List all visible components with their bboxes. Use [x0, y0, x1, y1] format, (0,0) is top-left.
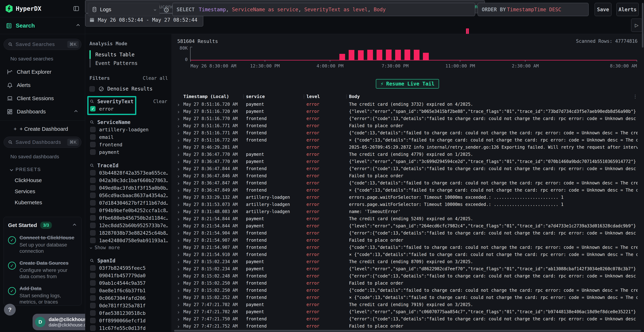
- filter-checkbox[interactable]: [90, 149, 96, 155]
- show-more-button[interactable]: Show more: [90, 244, 168, 251]
- log-row[interactable]: May 27 8:31:48.083 AMartillery-loadgener…: [177, 208, 638, 215]
- resume-live-tail-button[interactable]: ⚡ Resume Live Tail: [376, 79, 439, 88]
- expand-row-chevron-icon[interactable]: [177, 166, 183, 171]
- filter-option[interactable]: 03f7b824595feec5: [90, 264, 168, 272]
- log-row[interactable]: May 27 8:51:16.771 AMfrontenderror{"code…: [177, 129, 638, 136]
- expand-row-chevron-icon[interactable]: [177, 302, 183, 307]
- expand-row-chevron-icon[interactable]: [177, 281, 183, 286]
- expand-row-chevron-icon[interactable]: [177, 324, 183, 328]
- histogram-plot[interactable]: May 26 8:30:00 AM12:30:00 PM4:00:00 PM7:…: [190, 47, 637, 60]
- get-started-step[interactable]: ✓ Connect to ClickHouseSet up your datab…: [8, 235, 77, 254]
- filter-checkbox[interactable]: [90, 318, 96, 323]
- expand-row-chevron-icon[interactable]: [177, 173, 183, 178]
- filter-checkbox[interactable]: [90, 295, 96, 301]
- column-service[interactable]: service: [246, 94, 302, 99]
- histogram-bar[interactable]: [358, 50, 364, 60]
- sidebar-item-chart-explorer[interactable]: Chart Explorer: [7, 69, 85, 75]
- filter-checkbox[interactable]: [90, 310, 96, 316]
- column-timestamp[interactable]: Timestamp (Local): [183, 94, 241, 99]
- log-row[interactable]: May 27 8:51:16.720 AMpaymenterrorThe cre…: [177, 101, 638, 108]
- expand-row-chevron-icon[interactable]: [177, 123, 183, 128]
- filter-checkbox[interactable]: [90, 303, 96, 308]
- get-started-step[interactable]: ✓ Create Data SourcesConfigure where you…: [8, 260, 77, 280]
- log-row[interactable]: May 27 7:47:21.752 AMfrontenderrorFailed…: [177, 322, 638, 330]
- filter-checkbox[interactable]: [90, 200, 96, 206]
- select-query-input[interactable]: SELECT Timestamp, ServiceName as service…: [172, 3, 475, 16]
- filter-option[interactable]: 0ff8990066efcf1d: [90, 317, 168, 324]
- log-row[interactable]: May 27 8:15:02.234 AMpaymenterrorThe cre…: [177, 258, 638, 265]
- filter-checkbox[interactable]: [90, 215, 96, 220]
- filter-checkbox[interactable]: [90, 193, 96, 198]
- filter-option[interactable]: 18287038b73e882425c64b8…: [90, 229, 168, 237]
- filter-checkbox[interactable]: [90, 127, 96, 132]
- expand-row-chevron-icon[interactable]: [177, 138, 183, 142]
- saved-dashboards-input[interactable]: Saved Dashboards ⌘K: [4, 137, 82, 148]
- filter-checkbox[interactable]: [90, 223, 96, 228]
- histogram-bar[interactable]: [414, 50, 420, 60]
- filter-option[interactable]: 056cd9acbaac8637a4354a2…: [90, 192, 168, 199]
- log-row[interactable]: May 27 8:15:02.252 AMfrontenderror× {"co…: [177, 294, 638, 301]
- filter-checkbox[interactable]: ✓: [90, 106, 96, 112]
- expand-row-chevron-icon[interactable]: [177, 145, 183, 150]
- histogram-bar[interactable]: [349, 50, 354, 60]
- filter-checkbox[interactable]: [90, 142, 96, 147]
- filter-option[interactable]: email: [90, 133, 168, 141]
- sidebar-item-search[interactable]: Search: [0, 17, 85, 34]
- expand-row-chevron-icon[interactable]: [177, 266, 183, 271]
- chevron-up-icon[interactable]: [76, 24, 80, 27]
- column-resize-handle[interactable]: ⋮⋮: [241, 94, 246, 99]
- filter-checkbox[interactable]: [90, 265, 96, 271]
- filter-option[interactable]: ✓error: [90, 105, 168, 112]
- filter-option[interactable]: 09041fb457779da0: [90, 272, 168, 279]
- expand-row-chevron-icon[interactable]: [177, 224, 183, 228]
- source-settings-gear-icon[interactable]: ⚙: [163, 6, 170, 14]
- create-dashboard-button[interactable]: ++ Create Dashboard: [14, 126, 85, 132]
- column-resize-handle[interactable]: ⋮⋮: [302, 94, 306, 99]
- filter-option[interactable]: 12ec8dd52b60b9525733b7e…: [90, 222, 168, 229]
- expand-row-chevron-icon[interactable]: [177, 252, 183, 257]
- filter-option[interactable]: 0fbe680eb456750b2d1184c…: [90, 214, 168, 222]
- expand-row-chevron-icon[interactable]: [177, 230, 183, 236]
- filter-option[interactable]: frontend: [90, 141, 168, 148]
- filter-option[interactable]: 03b44828f42a3573ea655ce…: [90, 169, 168, 176]
- log-row[interactable]: May 27 8:21:54.844 AMpaymenterror{"level…: [177, 222, 638, 230]
- filter-option[interactable]: 042a30c3dc1baf660b27863…: [90, 176, 168, 184]
- filter-checkbox[interactable]: [90, 230, 96, 236]
- expand-row-chevron-icon[interactable]: [177, 102, 183, 107]
- log-row[interactable]: May 27 8:51:16.720 AMpaymenterror{"level…: [177, 108, 638, 115]
- expand-row-chevron-icon[interactable]: [177, 295, 183, 300]
- filter-option[interactable]: artillery-loadgen: [90, 126, 168, 133]
- filter-option[interactable]: payment: [90, 148, 168, 156]
- filter-checkbox[interactable]: [90, 178, 96, 183]
- log-row[interactable]: May 27 8:33:29.132 AMartillery-loadgener…: [177, 194, 638, 201]
- expand-row-chevron-icon[interactable]: [177, 195, 183, 200]
- source-select[interactable]: Logs: [88, 3, 160, 16]
- save-button[interactable]: Save: [595, 3, 612, 16]
- histogram-bar[interactable]: [395, 50, 401, 60]
- expand-row-chevron-icon[interactable]: [177, 259, 183, 264]
- saved-searches-input[interactable]: Saved Searches ⌘K: [4, 39, 82, 50]
- filter-option[interactable]: 0fae5381230518cb: [90, 309, 168, 317]
- denoise-checkbox[interactable]: [90, 86, 95, 92]
- collapse-sidebar-icon[interactable]: [73, 5, 80, 12]
- expand-row-chevron-icon[interactable]: [177, 109, 183, 114]
- expand-row-chevron-icon[interactable]: [177, 159, 183, 164]
- filter-option[interactable]: 11c67fe55c0d13fd: [90, 324, 168, 332]
- log-row[interactable]: May 27 8:51:16.770 AMfrontenderror{"erro…: [177, 115, 638, 122]
- log-row[interactable]: May 27 8:21:54.907 AMfrontenderror{"code…: [177, 244, 638, 251]
- preset-item-services[interactable]: Services: [15, 188, 85, 194]
- filter-checkbox[interactable]: [90, 170, 96, 176]
- sidebar-item-client-sessions[interactable]: Client Sessions: [7, 95, 85, 102]
- filter-option[interactable]: 0ae8e1f6c6b37fb1: [90, 287, 168, 294]
- log-row[interactable]: May 27 8:31:53.073 AMartillery-loadgener…: [177, 201, 638, 208]
- preset-item-clickhouse[interactable]: ClickHouse: [15, 177, 85, 183]
- expand-row-chevron-icon[interactable]: [177, 245, 183, 250]
- clear-all-filters-button[interactable]: Clear all: [143, 76, 168, 81]
- column-level[interactable]: level: [306, 94, 344, 99]
- filter-clear-button[interactable]: Clear: [153, 99, 167, 104]
- filter-checkbox[interactable]: [90, 280, 96, 286]
- filter-checkbox[interactable]: [90, 134, 96, 140]
- log-row[interactable]: May 27 7:47:21.702 AMpaymenterrorThe cre…: [177, 301, 638, 308]
- log-row[interactable]: May 27 8:36:47.770 AMpaymenterrorThe cre…: [177, 151, 638, 158]
- filter-option[interactable]: 07d184304627bf2f11b67dd…: [90, 199, 168, 206]
